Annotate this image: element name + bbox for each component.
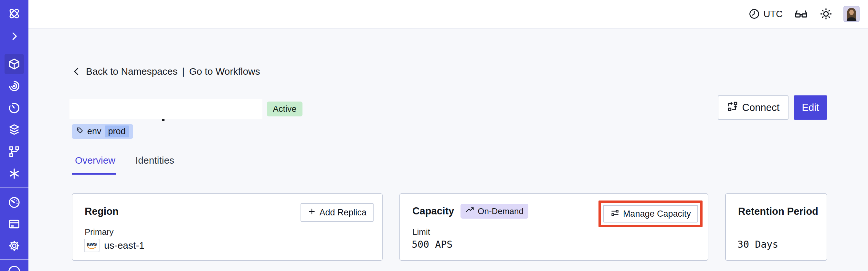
tab-identities[interactable]: Identities	[135, 155, 174, 174]
sliders-icon	[610, 208, 620, 220]
namespace-tag-chip: env prod	[72, 124, 133, 139]
on-demand-badge: On-Demand	[461, 204, 528, 219]
top-bar: UTC	[28, 0, 868, 28]
retention-card: Retention Period 30 Days	[725, 193, 827, 261]
namespace-details-page: UTC	[0, 0, 868, 271]
region-card-title: Region	[85, 206, 119, 217]
timer-icon	[8, 101, 21, 115]
billing-icon	[8, 218, 21, 231]
branch-icon	[8, 145, 21, 158]
gear-icon	[8, 239, 21, 252]
temporal-logo-icon[interactable]	[0, 4, 28, 23]
chevron-right-icon[interactable]	[0, 27, 28, 45]
timezone-selector[interactable]: UTC	[748, 8, 783, 20]
primary-label: Primary	[85, 227, 114, 237]
sidebar-item-namespaces[interactable]	[0, 55, 28, 73]
clock-icon	[748, 8, 760, 20]
region-value: us-east-1	[104, 240, 145, 251]
glasses-icon[interactable]	[794, 6, 809, 21]
capacity-card: Capacity On-Demand	[399, 193, 708, 261]
sidebar-item-nexus[interactable]	[0, 143, 28, 161]
aws-logo: aws	[84, 239, 99, 252]
breadcrumb: Back to Namespaces | Go to Workflows	[72, 66, 260, 77]
active-tab-indicator	[72, 173, 116, 175]
main-content: Back to Namespaces | Go to Workflows Act…	[28, 29, 868, 271]
sidebar	[0, 0, 28, 271]
namespace-name-redaction	[69, 99, 262, 119]
tab-overview[interactable]: Overview	[75, 155, 115, 174]
add-replica-label: Add Replica	[319, 208, 367, 218]
edit-button[interactable]: Edit	[794, 95, 827, 120]
sidebar-divider	[0, 259, 28, 260]
sidebar-item-workflows[interactable]	[0, 77, 28, 95]
asterisk-icon	[8, 168, 20, 180]
sidebar-item-deployments[interactable]	[0, 121, 28, 139]
sidebar-item-batch-operations[interactable]	[0, 164, 28, 183]
plus-icon	[308, 207, 316, 218]
sidebar-item-schedules[interactable]	[0, 99, 28, 117]
capacity-limit-value: 500 APS	[412, 239, 453, 250]
tag-value: prod	[105, 125, 129, 138]
namespace-name-artifact	[162, 119, 164, 121]
limit-label: Limit	[412, 227, 430, 237]
avatar[interactable]	[843, 6, 860, 22]
back-chevron-icon[interactable]	[72, 67, 82, 76]
on-demand-label: On-Demand	[477, 206, 524, 216]
tab-bar: Overview Identities	[75, 155, 174, 174]
add-replica-button[interactable]: Add Replica	[301, 203, 374, 222]
connect-label: Connect	[742, 102, 779, 114]
tag-key: env	[87, 126, 101, 137]
breadcrumb-separator: |	[182, 66, 185, 77]
sidebar-item-usage[interactable]	[0, 193, 28, 211]
sidebar-divider	[0, 187, 28, 187]
gauge-icon	[8, 196, 21, 209]
attention-highlight-box: Manage Capacity	[598, 201, 703, 227]
back-to-namespaces-link[interactable]: Back to Namespaces	[86, 66, 178, 77]
go-to-workflows-link[interactable]: Go to Workflows	[189, 66, 260, 77]
status-badge: Active	[267, 101, 303, 116]
sidebar-item-support[interactable]	[8, 266, 20, 271]
edit-label: Edit	[802, 102, 819, 114]
timezone-label: UTC	[763, 9, 783, 20]
connect-button[interactable]: Connect	[718, 95, 788, 120]
region-card: Region Add Replica Primary aws us-east-1	[72, 193, 383, 261]
tabs-divider	[72, 174, 827, 174]
layers-icon	[8, 123, 21, 136]
spiral-icon	[8, 80, 21, 92]
connect-icon	[727, 100, 738, 115]
trending-up-icon	[465, 206, 474, 217]
tag-icon	[75, 126, 84, 137]
sidebar-item-billing[interactable]	[0, 215, 28, 233]
sidebar-item-settings[interactable]	[0, 237, 28, 255]
brightness-icon[interactable]	[819, 7, 833, 20]
retention-card-title: Retention Period	[738, 206, 818, 217]
retention-value: 30 Days	[738, 239, 778, 250]
manage-capacity-button[interactable]: Manage Capacity	[603, 205, 698, 222]
cube-icon	[8, 58, 21, 70]
capacity-card-title: Capacity	[412, 205, 454, 217]
manage-capacity-label: Manage Capacity	[623, 209, 691, 219]
